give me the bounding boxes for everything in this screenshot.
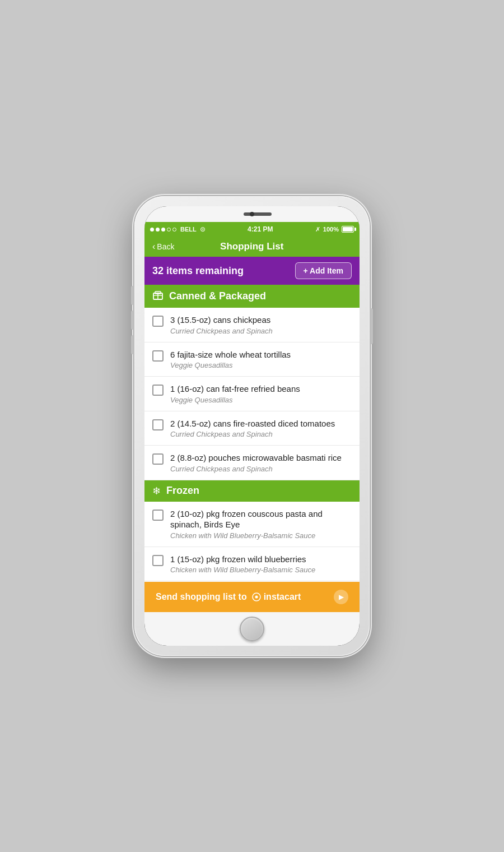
back-chevron-icon: ‹ xyxy=(152,242,155,252)
item-recipe-6: Chicken with Wild Blueberry-Balsamic Sau… xyxy=(170,531,352,540)
item-content-2: 6 fajita-size whole wheat tortillas Vegg… xyxy=(170,349,352,370)
list-item: 2 (10-oz) pkg frozen couscous pasta and … xyxy=(144,502,360,547)
signal-dot-2 xyxy=(156,228,160,231)
instacart-logo: instacart xyxy=(251,592,301,602)
item-name-1: 3 (15.5-oz) cans chickpeas xyxy=(170,314,352,326)
back-label: Back xyxy=(157,242,174,251)
item-content-5: 2 (8.8-oz) pouches microwavable basmati … xyxy=(170,452,352,473)
list-item: 2 (14.5-oz) cans fire-roasted diced toma… xyxy=(144,411,360,446)
phone-frame: BELL ⊜ 4:21 PM ✗ 100% ‹ Back Sho xyxy=(134,196,370,656)
front-camera xyxy=(250,212,254,216)
battery-icon xyxy=(342,226,354,233)
list-item: 2 (8.8-oz) pouches microwavable basmati … xyxy=(144,446,360,480)
checkbox-6[interactable] xyxy=(152,510,164,521)
speaker xyxy=(244,212,272,216)
wifi-icon: ⊜ xyxy=(200,225,206,233)
items-bar: 32 items remaining + Add Item xyxy=(144,257,360,285)
brand-name: instacart xyxy=(264,592,301,602)
item-recipe-3: Veggie Quesadillas xyxy=(170,396,352,404)
item-name-6: 2 (10-oz) pkg frozen couscous pasta and … xyxy=(170,508,352,530)
section-header-frozen: ❄ Frozen xyxy=(144,480,360,502)
page-title: Shopping List xyxy=(174,241,329,252)
section-header-canned: Canned & Packaged xyxy=(144,285,360,308)
play-button[interactable]: ▶ xyxy=(334,590,348,604)
phone-screen: BELL ⊜ 4:21 PM ✗ 100% ‹ Back Sho xyxy=(144,206,360,646)
svg-point-5 xyxy=(255,596,258,599)
item-recipe-2: Veggie Quesadillas xyxy=(170,361,352,369)
item-recipe-4: Curried Chickpeas and Spinach xyxy=(170,430,352,438)
status-left: BELL ⊜ xyxy=(150,225,206,233)
instacart-bar[interactable]: Send shopping list to instacart ▶ xyxy=(144,582,360,612)
item-name-2: 6 fajita-size whole wheat tortillas xyxy=(170,349,352,360)
add-item-button[interactable]: + Add Item xyxy=(295,262,352,279)
list-item: 1 (16-oz) can fat-free refried beans Veg… xyxy=(144,377,360,411)
items-count: 32 items remaining xyxy=(152,265,244,277)
home-button[interactable] xyxy=(240,617,264,641)
send-label: Send shopping list to xyxy=(156,592,247,602)
item-name-4: 2 (14.5-oz) cans fire-roasted diced toma… xyxy=(170,418,352,429)
checkbox-4[interactable] xyxy=(152,419,164,430)
signal-dot-5 xyxy=(172,228,176,231)
item-content-1: 3 (15.5-oz) cans chickpeas Curried Chick… xyxy=(170,314,352,335)
checkbox-1[interactable] xyxy=(152,316,164,327)
bluetooth-icon: ✗ xyxy=(315,226,320,233)
status-bar: BELL ⊜ 4:21 PM ✗ 100% xyxy=(144,222,360,237)
item-content-7: 1 (15-oz) pkg frozen wild blueberries Ch… xyxy=(170,554,352,575)
item-name-7: 1 (15-oz) pkg frozen wild blueberries xyxy=(170,554,352,565)
battery-percent: 100% xyxy=(323,226,339,233)
item-recipe-1: Curried Chickpeas and Spinach xyxy=(170,327,352,335)
item-name-3: 1 (16-oz) can fat-free refried beans xyxy=(170,383,352,395)
item-content-6: 2 (10-oz) pkg frozen couscous pasta and … xyxy=(170,508,352,540)
item-recipe-5: Curried Chickpeas and Spinach xyxy=(170,465,352,473)
screen: BELL ⊜ 4:21 PM ✗ 100% ‹ Back Sho xyxy=(144,222,360,612)
signal-dot-4 xyxy=(167,228,171,231)
item-content-4: 2 (14.5-oz) cans fire-roasted diced toma… xyxy=(170,418,352,439)
shopping-list: Canned & Packaged 3 (15.5-oz) cans chick… xyxy=(144,285,360,582)
phone-bottom xyxy=(144,612,360,646)
item-recipe-7: Chicken with Wild Blueberry-Balsamic Sau… xyxy=(170,566,352,574)
phone-top-bar xyxy=(144,206,360,222)
status-time: 4:21 PM xyxy=(248,225,273,233)
checkbox-5[interactable] xyxy=(152,453,164,465)
signal-dot-1 xyxy=(150,228,154,231)
item-content-3: 1 (16-oz) can fat-free refried beans Veg… xyxy=(170,383,352,404)
send-text: Send shopping list to instacart xyxy=(156,592,301,602)
back-button[interactable]: ‹ Back xyxy=(152,242,174,252)
checkbox-7[interactable] xyxy=(152,555,164,566)
battery-fill xyxy=(343,227,353,231)
status-right: ✗ 100% xyxy=(315,226,354,233)
canned-icon xyxy=(152,289,164,303)
nav-bar: ‹ Back Shopping List xyxy=(144,237,360,257)
checkbox-3[interactable] xyxy=(152,385,164,396)
list-item: 3 (15.5-oz) cans chickpeas Curried Chick… xyxy=(144,308,360,342)
section-title-frozen: Frozen xyxy=(166,485,199,497)
item-name-5: 2 (8.8-oz) pouches microwavable basmati … xyxy=(170,452,352,464)
list-item: 6 fajita-size whole wheat tortillas Vegg… xyxy=(144,342,360,377)
carrier-label: BELL xyxy=(180,226,197,233)
checkbox-2[interactable] xyxy=(152,350,164,362)
list-item: 1 (15-oz) pkg frozen wild blueberries Ch… xyxy=(144,547,360,582)
frozen-icon: ❄ xyxy=(152,485,161,497)
section-title-canned: Canned & Packaged xyxy=(169,290,266,302)
signal-dot-3 xyxy=(161,228,165,231)
